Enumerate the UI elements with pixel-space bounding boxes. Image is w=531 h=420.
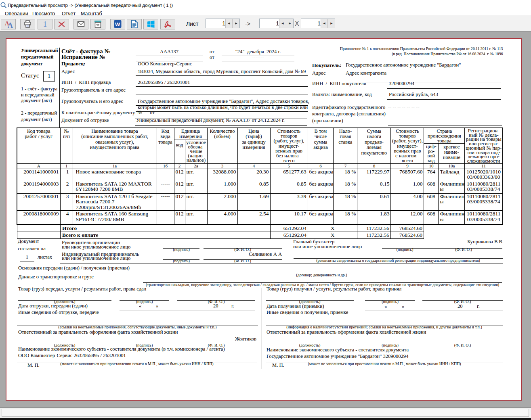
svg-text:A: A [8, 21, 13, 29]
svg-text:W: W [115, 21, 120, 27]
